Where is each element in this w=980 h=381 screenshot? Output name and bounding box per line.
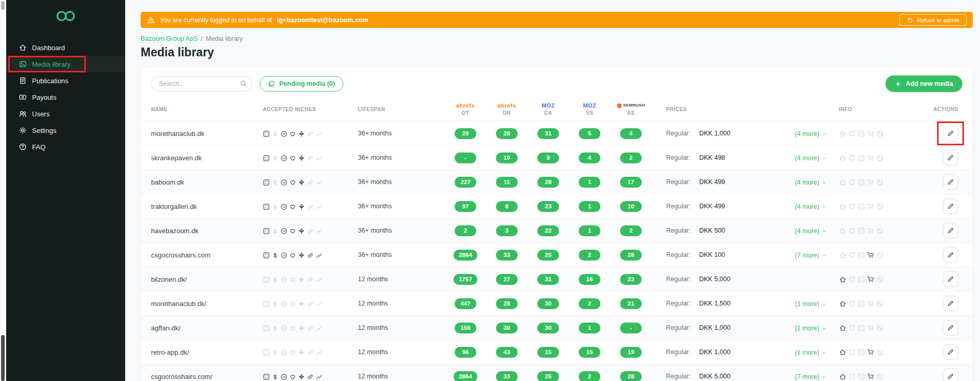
metric-badge-ss: 4 xyxy=(579,153,600,163)
actions-cell xyxy=(906,174,973,190)
metric-sub-label: SS xyxy=(569,110,610,116)
svg-text:18: 18 xyxy=(282,157,285,160)
more-prices-link[interactable]: (1 more) xyxy=(795,349,827,356)
table-row: morethanaclub.dk$1836+ months20283154Reg… xyxy=(141,121,973,146)
media-name: retro-app.dk/ xyxy=(141,348,259,356)
accepted-niches-icons: $18 xyxy=(259,347,358,357)
info-icons xyxy=(839,372,906,381)
return-to-admin-button[interactable]: Return to admin xyxy=(899,14,967,26)
price-value: DKK 500 xyxy=(699,227,725,234)
info-icons xyxy=(839,275,906,284)
price-label: Regular: xyxy=(666,203,699,210)
table-row: morethanaclub.dk/$1812 months4472830221R… xyxy=(141,292,973,316)
svg-text:18: 18 xyxy=(282,327,285,330)
scrollbar-thumb-bottom[interactable] xyxy=(1,335,5,381)
home-icon xyxy=(839,203,847,210)
more-prices-cell: (4 more) xyxy=(795,129,839,138)
sidebar-nav: Dashboard Media library Publications Pay… xyxy=(6,32,125,155)
edit-button[interactable] xyxy=(943,126,958,141)
edit-button[interactable] xyxy=(943,150,958,165)
sidebar-item-settings[interactable]: Settings xyxy=(6,122,125,139)
cart-icon xyxy=(867,154,875,162)
edit-button[interactable] xyxy=(943,271,958,287)
home-icon xyxy=(839,251,847,259)
metric-badge-as: 21 xyxy=(620,298,642,309)
header-metric-moz-da: MOZ DA xyxy=(527,102,569,116)
more-prices-link[interactable]: (1 more) xyxy=(795,325,827,332)
edit-button[interactable] xyxy=(943,247,958,263)
metric-badge-da: 15 xyxy=(537,347,559,358)
media-name: baboom.dk xyxy=(141,178,259,186)
scrollbar-thumb-top[interactable] xyxy=(1,1,5,10)
cbd-icon xyxy=(298,155,305,162)
svg-text:$: $ xyxy=(274,276,277,282)
header-info: INFO xyxy=(839,106,906,112)
search-input[interactable] xyxy=(151,76,252,92)
edit-button[interactable] xyxy=(943,296,958,311)
sidebar-item-publications[interactable]: Publications xyxy=(6,72,125,89)
ahrefs-logo: ahrefs xyxy=(445,102,486,109)
edit-button[interactable] xyxy=(943,369,958,381)
pending-media-button[interactable]: Pending media (0) xyxy=(260,76,343,92)
edit-button[interactable] xyxy=(943,174,958,190)
sidebar-item-faq[interactable]: FAQ xyxy=(6,139,125,155)
edit-button[interactable] xyxy=(943,344,958,360)
pharma-icon xyxy=(307,276,314,283)
metric-badge-da: 31 xyxy=(537,274,559,285)
casino-icon xyxy=(263,130,270,138)
lifespan-value: 36+ months xyxy=(358,178,445,186)
breadcrumb-parent-link[interactable]: Bazoom Group ApS xyxy=(141,35,198,42)
more-prices-link[interactable]: (4 more) xyxy=(795,155,827,162)
dice-icon xyxy=(857,178,865,186)
more-prices-link[interactable]: (1 more) xyxy=(795,300,827,308)
more-prices-link[interactable]: (7 more) xyxy=(795,252,827,259)
actions-cell xyxy=(906,247,973,263)
metric-badge-da: 9 xyxy=(537,153,559,163)
more-prices-link[interactable]: (4 more) xyxy=(795,203,827,210)
pharma-icon xyxy=(307,179,314,186)
metric-badge-da: 25 xyxy=(537,250,559,261)
cart-icon xyxy=(867,300,875,308)
cbd-icon xyxy=(298,325,305,332)
more-prices-link[interactable]: (4 more) xyxy=(795,130,827,138)
trading-icon xyxy=(315,276,323,283)
metric-badge-ot: 97 xyxy=(455,201,476,212)
refresh-icon xyxy=(848,373,856,380)
metric-badge-dr: 33 xyxy=(496,371,518,381)
svg-text:18: 18 xyxy=(282,132,285,135)
more-prices-link[interactable]: (4 more) xyxy=(795,227,827,235)
more-prices-link[interactable]: (4 more) xyxy=(795,179,827,186)
header-actions: ACTIONS xyxy=(906,106,973,112)
more-prices-link[interactable]: (7 more) xyxy=(795,373,827,380)
adult-icon: 18 xyxy=(280,325,288,332)
blocked-icon xyxy=(876,373,884,380)
media-name: agffan.dk/ xyxy=(141,324,259,332)
app-logo[interactable] xyxy=(6,0,125,32)
metric-sub-label: AS xyxy=(610,110,652,116)
edit-button[interactable] xyxy=(943,199,958,214)
loans-icon: $ xyxy=(272,227,279,235)
semrush-icon xyxy=(617,103,622,108)
sidebar-item-users[interactable]: Users xyxy=(6,105,125,122)
price-value: DKK 1,000 xyxy=(699,348,730,356)
refresh-icon xyxy=(848,251,856,259)
header-metric-moz-ss: MOZ SS xyxy=(569,102,610,116)
sidebar-item-payouts[interactable]: Payouts xyxy=(6,89,125,105)
loans-icon: $ xyxy=(272,179,279,186)
edit-button[interactable] xyxy=(943,223,958,238)
accepted-niches-icons: $18 xyxy=(259,202,358,211)
sidebar-item-dashboard[interactable]: Dashboard xyxy=(6,39,125,56)
home-icon xyxy=(839,324,847,332)
price-cell: Regular:DKK 1,000 xyxy=(652,348,795,356)
table-body: morethanaclub.dk$1836+ months20283154Reg… xyxy=(141,121,973,381)
price-label: Regular: xyxy=(666,251,699,258)
sidebar-item-media-library[interactable]: Media library xyxy=(6,56,125,72)
home-icon xyxy=(839,178,847,186)
price-label: Regular: xyxy=(666,227,699,234)
price-cell: Regular:DKK 498 xyxy=(652,154,795,161)
dice-icon xyxy=(857,348,865,356)
accepted-niches-icons: $18 xyxy=(259,275,358,284)
edit-button[interactable] xyxy=(943,320,958,336)
main-content: You are currently logged in on behalf of… xyxy=(125,0,980,381)
add-new-media-button[interactable]: Add new media xyxy=(885,75,962,92)
